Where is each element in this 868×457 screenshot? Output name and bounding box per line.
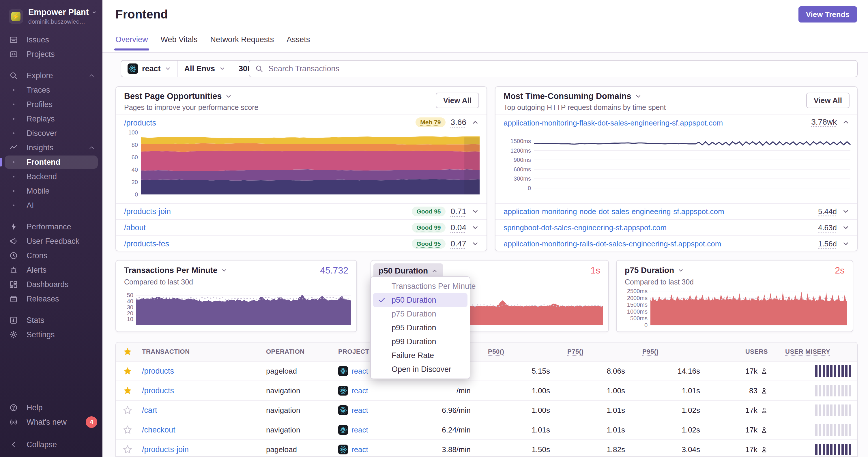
dropdown-item-p99-duration[interactable]: p99 Duration (373, 335, 467, 349)
sidebar-item-help[interactable]: Help (0, 400, 102, 415)
domain-time-value[interactable]: 1.56d (818, 239, 837, 249)
chevron-down-icon[interactable] (471, 240, 479, 248)
sidebar-item-profiles[interactable]: Profiles (0, 97, 102, 112)
col-header-users[interactable]: USERS (705, 348, 773, 355)
chevron-up-icon[interactable] (88, 144, 95, 152)
star-icon[interactable] (123, 445, 132, 454)
sidebar-item-backend[interactable]: Backend (0, 169, 102, 184)
domain-link[interactable]: application-monitoring-node-dot-sales-en… (503, 207, 724, 216)
sidebar-item-issues[interactable]: Issues (0, 33, 102, 47)
chevron-down-icon[interactable] (678, 267, 684, 273)
project-cell[interactable]: react (338, 445, 368, 454)
col-header-p95[interactable]: P95() (630, 348, 705, 355)
domain-time-value[interactable]: 3.78wk (811, 118, 837, 127)
tpm-card-title[interactable]: Transactions Per Minute (124, 266, 218, 275)
star-icon[interactable] (123, 366, 132, 376)
sidebar-item-replays[interactable]: Replays (0, 112, 102, 126)
project-cell[interactable]: react (338, 386, 368, 396)
transaction-link[interactable]: /products-join (142, 445, 189, 454)
star-icon[interactable] (123, 347, 132, 357)
chevron-down-icon[interactable] (471, 208, 479, 215)
opportunity-score[interactable]: 0.04 (451, 223, 467, 232)
page-link[interactable]: /products-join (124, 207, 171, 216)
dropdown-item-transactions-per-minute[interactable]: Transactions Per Minute (373, 279, 467, 293)
chevron-down-icon[interactable] (635, 93, 642, 100)
sidebar-item-collapse[interactable]: Collapse (0, 437, 102, 452)
sidebar-item-settings[interactable]: Settings (0, 327, 102, 342)
sidebar-item-user-feedback[interactable]: User Feedback (0, 234, 102, 249)
sidebar-item-dashboards[interactable]: Dashboards (0, 277, 102, 292)
star-icon[interactable] (123, 386, 132, 396)
domain-link[interactable]: application-monitoring-flask-dot-sales-e… (503, 119, 723, 128)
chevron-down-icon[interactable] (471, 224, 479, 231)
sidebar-item-traces[interactable]: Traces (0, 83, 102, 97)
dropdown-item-failure-rate[interactable]: Failure Rate (373, 349, 467, 362)
sidebar-item-projects[interactable]: Projects (0, 47, 102, 61)
sidebar-item-releases[interactable]: Releases (0, 292, 102, 306)
transaction-link[interactable]: /checkout (142, 426, 176, 434)
sidebar-item-crons[interactable]: Crons (0, 249, 102, 263)
dropdown-item-open-in-discover[interactable]: Open in Discover (373, 362, 467, 376)
best-pages-title[interactable]: Best Page Opportunities (124, 92, 222, 101)
page-link[interactable]: /products (124, 119, 156, 128)
tab-web-vitals[interactable]: Web Vitals (161, 35, 198, 51)
best-pages-view-all-button[interactable]: View All (436, 93, 479, 108)
tab-network-requests[interactable]: Network Requests (210, 35, 274, 51)
opportunity-score[interactable]: 0.71 (451, 207, 467, 216)
sidebar-item-mobile[interactable]: Mobile (0, 184, 102, 198)
score-badge[interactable]: Good 95 (412, 206, 445, 217)
sidebar-item-stats[interactable]: Stats (0, 313, 102, 327)
chevron-up-icon[interactable] (842, 118, 849, 126)
star-icon[interactable] (123, 425, 132, 435)
sidebar-item-ai[interactable]: AI (0, 198, 102, 213)
page-link[interactable]: /products-fes (124, 239, 169, 249)
environment-filter[interactable]: All Envs (178, 61, 232, 77)
tab-assets[interactable]: Assets (286, 35, 310, 51)
sidebar-item-alerts[interactable]: Alerts (0, 263, 102, 277)
search-transactions-input[interactable] (268, 64, 851, 73)
view-trends-button[interactable]: View Trends (799, 6, 857, 23)
col-header-transaction[interactable]: TRANSACTION (139, 348, 263, 355)
org-switcher[interactable]: ⚡ Empower Plant dominik.buszowiec… (0, 0, 102, 28)
domain-link[interactable]: application-monitoring-rails-dot-sales-e… (503, 239, 721, 249)
page-link[interactable]: /about (124, 223, 146, 232)
domain-time-value[interactable]: 5.44d (818, 207, 837, 216)
project-cell[interactable]: react (338, 366, 368, 376)
transaction-link[interactable]: /products (142, 367, 174, 376)
project-cell[interactable]: react (338, 425, 368, 435)
dropdown-item-p75-duration[interactable]: p75 Duration (373, 307, 467, 321)
p75-card-title[interactable]: p75 Duration (625, 266, 674, 275)
domains-view-all-button[interactable]: View All (806, 93, 849, 108)
chevron-down-icon[interactable] (842, 240, 849, 248)
sidebar-item-frontend[interactable]: Frontend (0, 155, 102, 169)
opportunity-score[interactable]: 0.47 (451, 239, 467, 249)
transaction-link[interactable]: /cart (142, 406, 157, 415)
score-badge[interactable]: Meh 79 (415, 118, 445, 127)
chevron-down-icon[interactable] (221, 267, 227, 273)
tab-overview[interactable]: Overview (116, 35, 148, 51)
transaction-link[interactable]: /products (142, 386, 174, 395)
score-badge[interactable]: Good 95 (412, 239, 445, 249)
dropdown-item-p95-duration[interactable]: p95 Duration (373, 321, 467, 335)
sidebar-item-what-s-new[interactable]: What's new4 (0, 415, 102, 429)
col-header-p75[interactable]: P75() (555, 348, 630, 355)
sidebar-item-discover[interactable]: Discover (0, 126, 102, 140)
chevron-down-icon[interactable] (842, 224, 849, 231)
score-badge[interactable]: Good 99 (412, 223, 445, 232)
star-icon[interactable] (123, 405, 132, 415)
chevron-down-icon[interactable] (842, 208, 849, 215)
domain-time-value[interactable]: 4.63d (818, 223, 837, 232)
project-cell[interactable]: react (338, 405, 368, 415)
dropdown-item-p50-duration[interactable]: p50 Duration (373, 293, 467, 307)
opportunity-score[interactable]: 3.66 (451, 118, 467, 127)
col-header-operation[interactable]: OPERATION (263, 348, 335, 355)
project-filter[interactable]: react (121, 61, 178, 77)
chevron-up-icon[interactable] (471, 119, 479, 126)
domains-title[interactable]: Most Time-Consuming Domains (503, 92, 631, 101)
domain-link[interactable]: springboot-dot-sales-engineering-sf.apps… (503, 223, 666, 232)
col-header-p50[interactable]: P50() (475, 348, 555, 355)
sidebar-item-explore[interactable]: Explore (0, 68, 102, 83)
chevron-down-icon[interactable] (225, 93, 232, 100)
sidebar-item-performance[interactable]: Performance (0, 220, 102, 234)
sidebar-item-insights[interactable]: Insights (0, 140, 102, 155)
